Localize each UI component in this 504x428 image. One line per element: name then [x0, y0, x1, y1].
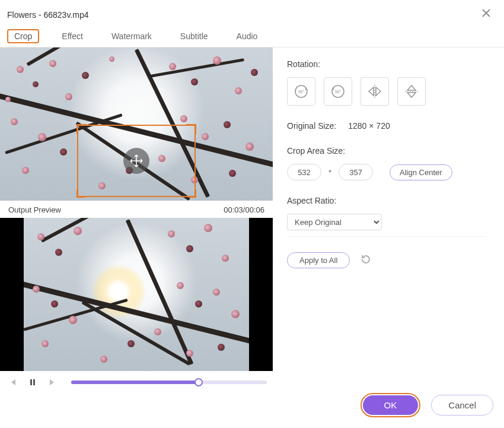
flip-horizontal-icon[interactable]: [361, 77, 389, 106]
crop-width-input[interactable]: [287, 164, 321, 180]
tab-watermark[interactable]: Watermark: [106, 29, 158, 43]
playback-thumb[interactable]: [194, 378, 203, 386]
time-display: 00:03/00:06: [224, 205, 264, 214]
multiply-symbol: *: [327, 168, 333, 177]
svg-rect-1: [33, 379, 35, 385]
aspect-ratio-select[interactable]: Keep Original: [287, 214, 382, 230]
tab-crop[interactable]: Crop: [7, 29, 39, 43]
crop-area-size-label: Crop Area Size:: [287, 146, 486, 156]
next-frame-icon[interactable]: [46, 376, 59, 389]
ok-highlight: OK: [361, 393, 421, 417]
flip-vertical-icon[interactable]: [397, 77, 426, 106]
svg-text:90°: 90°: [335, 90, 342, 94]
apply-to-all-button[interactable]: Apply to All: [287, 252, 350, 268]
ok-button[interactable]: OK: [363, 395, 419, 415]
crop-source-viewport[interactable]: [0, 47, 273, 201]
align-center-button[interactable]: Align Center: [390, 164, 452, 180]
move-icon[interactable]: [123, 148, 149, 174]
prev-frame-icon[interactable]: [6, 376, 19, 389]
cancel-button[interactable]: Cancel: [431, 395, 493, 416]
svg-rect-0: [30, 379, 32, 385]
rotate-ccw-90-icon[interactable]: 90°: [324, 77, 352, 106]
output-preview-viewport: [0, 218, 273, 371]
tab-effect[interactable]: Effect: [56, 29, 89, 43]
rotate-cw-90-icon[interactable]: 90°: [287, 77, 315, 106]
reset-icon[interactable]: [361, 254, 371, 267]
original-size-value: 1280 × 720: [348, 121, 390, 131]
tabs-bar: Crop Effect Watermark Subtitle Audio: [0, 27, 504, 47]
playback-slider[interactable]: [71, 381, 267, 384]
tab-audio[interactable]: Audio: [231, 29, 264, 43]
window-title: Flowers - 66823v.mp4: [7, 10, 88, 20]
output-preview-label: Output Preview: [8, 205, 61, 214]
crop-height-input[interactable]: [339, 164, 373, 180]
svg-text:90°: 90°: [298, 90, 305, 94]
pause-icon[interactable]: [26, 376, 39, 389]
tab-subtitle[interactable]: Subtitle: [174, 29, 214, 43]
crop-rectangle[interactable]: [77, 125, 196, 197]
rotation-label: Rotation:: [287, 59, 486, 69]
close-icon[interactable]: [479, 6, 493, 23]
original-size-label: Original Size:: [287, 121, 336, 131]
aspect-ratio-label: Aspect Ratio:: [287, 196, 486, 205]
divider: [287, 236, 486, 237]
preview-video-frame: [24, 218, 249, 371]
